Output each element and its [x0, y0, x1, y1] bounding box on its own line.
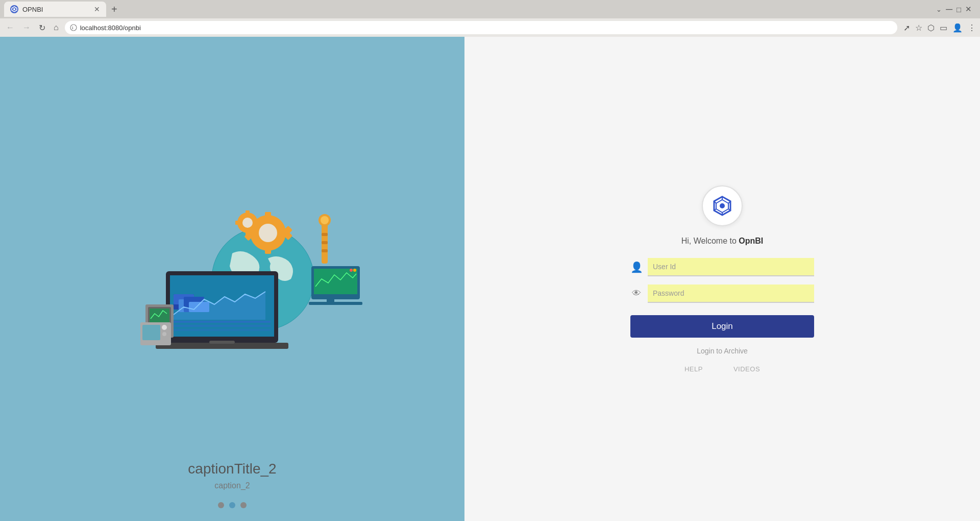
- share-icon[interactable]: ➚: [903, 23, 910, 33]
- eye-icon: 👁: [630, 288, 643, 299]
- svg-rect-15: [174, 321, 271, 323]
- tab-close-button[interactable]: ✕: [94, 5, 100, 13]
- toolbar-icons: ➚ ☆ ⬡ ▭ 👤 ⋮: [903, 23, 976, 33]
- svg-point-21: [259, 224, 277, 242]
- footer-links: HELP VIDEOS: [684, 365, 760, 373]
- svg-rect-16: [174, 325, 271, 327]
- url-text: localhost:8080/opnbi: [80, 24, 141, 32]
- userid-row: 👤: [630, 258, 814, 276]
- carousel-dot-3[interactable]: [240, 502, 247, 508]
- minimize-button[interactable]: ─: [946, 4, 952, 15]
- svg-rect-42: [142, 325, 160, 340]
- login-archive-link[interactable]: Login to Archive: [697, 347, 748, 355]
- new-tab-button[interactable]: +: [108, 4, 120, 15]
- carousel-dots: [0, 502, 464, 508]
- close-button[interactable]: ✕: [965, 5, 972, 14]
- userid-input[interactable]: [648, 258, 814, 276]
- back-button[interactable]: ←: [4, 22, 16, 33]
- welcome-text: Hi, Welcome to OpnBI: [681, 236, 764, 246]
- sidebar-icon[interactable]: ▭: [940, 23, 947, 33]
- left-panel: captionTitle_2 caption_2: [0, 37, 464, 521]
- svg-point-44: [162, 332, 166, 336]
- help-link[interactable]: HELP: [684, 365, 703, 373]
- svg-rect-23: [265, 247, 271, 254]
- menu-icon[interactable]: ⋮: [968, 23, 976, 33]
- maximize-button[interactable]: □: [957, 5, 961, 14]
- caption-title: captionTitle_2: [0, 461, 464, 477]
- address-bar[interactable]: ℹ localhost:8080/opnbi: [65, 21, 897, 34]
- svg-rect-54: [309, 302, 362, 305]
- lock-icon: ℹ: [70, 24, 77, 31]
- svg-rect-22: [265, 212, 271, 219]
- page-content: captionTitle_2 caption_2: [0, 37, 980, 521]
- bookmark-icon[interactable]: ☆: [915, 23, 922, 33]
- active-tab[interactable]: OPNBI ✕: [4, 2, 106, 17]
- carousel-dot-1[interactable]: [218, 502, 224, 508]
- caption-sub: caption_2: [0, 481, 464, 490]
- svg-rect-17: [174, 329, 271, 331]
- svg-text:ℹ: ℹ: [71, 26, 73, 30]
- right-panel: Hi, Welcome to OpnBI 👤 👁 Login Login to …: [464, 37, 980, 521]
- welcome-brand: OpnBI: [739, 236, 763, 245]
- address-bar-row: ← → ↻ ⌂ ℹ localhost:8080/opnbi ➚ ☆ ⬡ ▭ 👤…: [0, 18, 980, 37]
- user-icon: 👤: [630, 261, 643, 273]
- svg-point-47: [321, 216, 329, 224]
- tab-bar: OPNBI ✕ + ⌄ ─ □ ✕: [0, 0, 980, 18]
- extensions-icon[interactable]: ⬡: [927, 23, 935, 33]
- svg-rect-50: [322, 249, 328, 252]
- carousel-dot-2[interactable]: [229, 502, 235, 508]
- svg-rect-35: [235, 221, 239, 225]
- svg-rect-49: [322, 241, 328, 244]
- tab-title: OPNBI: [22, 6, 90, 13]
- svg-rect-32: [246, 210, 250, 215]
- svg-point-59: [720, 203, 725, 208]
- profile-icon[interactable]: 👤: [952, 23, 963, 33]
- hero-illustration: [100, 192, 365, 356]
- svg-rect-34: [256, 221, 260, 225]
- tab-favicon: [10, 5, 18, 13]
- password-row: 👁: [630, 285, 814, 303]
- login-box: Hi, Welcome to OpnBI 👤 👁 Login Login to …: [630, 185, 814, 373]
- browser-chrome: OPNBI ✕ + ⌄ ─ □ ✕ ← → ↻ ⌂ ℹ localhost:80…: [0, 0, 980, 37]
- forward-button[interactable]: →: [20, 22, 33, 33]
- window-controls: ⌄ ─ □ ✕: [936, 4, 976, 15]
- svg-point-56: [353, 269, 356, 272]
- svg-rect-48: [322, 233, 328, 236]
- home-button[interactable]: ⌂: [52, 22, 61, 33]
- svg-rect-19: [209, 341, 235, 344]
- tab-list-button[interactable]: ⌄: [936, 6, 942, 13]
- svg-rect-33: [246, 231, 250, 235]
- password-input[interactable]: [648, 285, 814, 303]
- svg-point-55: [350, 269, 353, 272]
- svg-rect-52: [314, 269, 357, 294]
- reload-button[interactable]: ↻: [37, 22, 47, 34]
- caption-area: captionTitle_2 caption_2: [0, 461, 464, 490]
- videos-link[interactable]: VIDEOS: [733, 365, 760, 373]
- welcome-prefix: Hi, Welcome to: [681, 236, 739, 245]
- svg-point-43: [162, 325, 167, 330]
- logo-circle: [702, 185, 743, 226]
- svg-point-31: [242, 218, 253, 228]
- login-button[interactable]: Login: [630, 315, 814, 338]
- opnbi-logo: [710, 194, 734, 218]
- svg-point-2: [13, 8, 15, 10]
